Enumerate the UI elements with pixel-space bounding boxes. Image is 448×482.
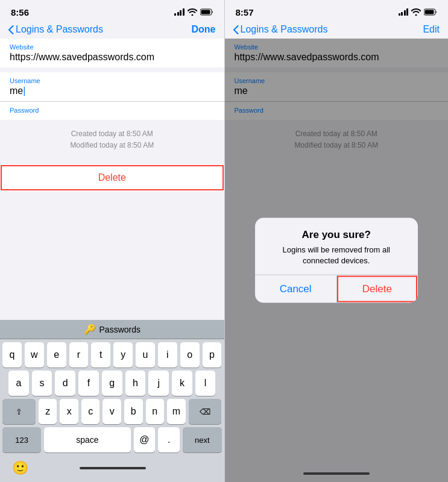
battery-icon-right <box>424 8 437 16</box>
key-y[interactable]: y <box>113 342 133 368</box>
key-b[interactable]: b <box>124 399 143 424</box>
website-value-left: https://www.savedpasswords.com <box>10 52 215 63</box>
key-k[interactable]: k <box>172 371 192 396</box>
nav-bar-left: Logins & Passwords Done <box>0 22 224 39</box>
username-label-left: Username <box>10 77 215 84</box>
key-dot[interactable]: . <box>158 427 180 452</box>
key-l[interactable]: l <box>195 371 216 396</box>
form-section-credentials-left: Username me Password <box>0 72 224 120</box>
created-text-left: Created today at 8:50 AM <box>10 128 215 140</box>
meta-section-left: Created today at 8:50 AM Modified today … <box>0 120 224 160</box>
home-bar-right <box>303 472 370 475</box>
key-o[interactable]: o <box>180 342 200 368</box>
back-button-left[interactable]: Logins & Passwords <box>8 24 103 35</box>
key-r[interactable]: r <box>69 342 89 368</box>
key-e[interactable]: e <box>47 342 66 368</box>
key-x[interactable]: x <box>60 399 78 424</box>
time-left: 8:56 <box>11 7 29 17</box>
delete-section-left: Delete <box>0 164 224 191</box>
right-phone-panel: 8:57 Logins & Passwords Edit <box>224 0 449 482</box>
kb-row-3: ⇧ z x c v b n m ⌫ <box>2 399 222 424</box>
status-icons-right <box>399 8 438 16</box>
alert-dialog: Are you sure? Logins will be removed fro… <box>255 218 418 303</box>
status-bar-right: 8:57 <box>225 0 449 22</box>
back-label-left: Logins & Passwords <box>16 24 103 35</box>
key-c[interactable]: c <box>81 399 100 424</box>
username-field-left[interactable]: Username me <box>0 72 224 102</box>
alert-buttons: Cancel Delete <box>255 275 418 302</box>
svg-rect-1 <box>201 10 210 14</box>
key-shift[interactable]: ⇧ <box>2 399 36 424</box>
password-label-left: Password <box>10 107 215 114</box>
key-p[interactable]: p <box>203 342 222 368</box>
key-v[interactable]: v <box>103 399 121 424</box>
back-button-right[interactable]: Logins & Passwords <box>233 24 328 35</box>
status-bar-left: 8:56 <box>0 0 224 22</box>
battery-icon <box>200 8 213 16</box>
key-u[interactable]: u <box>136 342 155 368</box>
key-h[interactable]: h <box>125 371 146 396</box>
key-123[interactable]: 123 <box>2 427 41 452</box>
key-next[interactable]: next <box>183 427 221 452</box>
back-label-right: Logins & Passwords <box>241 24 328 35</box>
time-right: 8:57 <box>236 7 254 17</box>
keyboard-toolbar: 🔑 Passwords <box>0 320 224 339</box>
key-d[interactable]: d <box>55 371 75 396</box>
key-g[interactable]: g <box>102 371 122 396</box>
alert-delete-button[interactable]: Delete <box>336 275 418 302</box>
key-q[interactable]: q <box>2 342 22 368</box>
wifi-icon-right <box>411 8 421 16</box>
key-j[interactable]: j <box>148 371 169 396</box>
wifi-icon <box>188 8 197 16</box>
edit-button[interactable]: Edit <box>423 24 440 35</box>
keyboard-left: 🔑 Passwords q w e r t y u i o p a s d f … <box>0 320 224 482</box>
right-content-area: Website https://www.savedpasswords.com U… <box>225 39 449 482</box>
key-n[interactable]: n <box>146 399 165 424</box>
delete-button-left[interactable]: Delete <box>0 164 224 191</box>
key-s[interactable]: s <box>32 371 52 396</box>
key-z[interactable]: z <box>39 399 57 424</box>
signal-icon-right <box>399 8 409 16</box>
alert-title: Are you sure? <box>265 229 408 241</box>
home-bar-left <box>80 467 146 469</box>
form-content-left: Website https://www.savedpasswords.com U… <box>0 39 224 320</box>
status-icons-left <box>174 8 213 16</box>
kb-row-1: q w e r t y u i o p <box>2 342 222 368</box>
kb-row-4: 123 space @ . next <box>2 427 222 452</box>
emoji-button[interactable]: 🙂 <box>7 459 33 477</box>
key-space[interactable]: space <box>44 427 130 452</box>
signal-icon <box>174 8 185 16</box>
key-m[interactable]: m <box>167 399 186 424</box>
key-f[interactable]: f <box>78 371 99 396</box>
kb-row-2: a s d f g h j k l <box>8 371 216 396</box>
key-w[interactable]: w <box>25 342 44 368</box>
website-label-left: Website <box>10 43 215 51</box>
left-phone-panel: 8:56 Logins & Passwords Done <box>0 0 224 482</box>
kb-bottom-bar-left: 🙂 <box>0 455 224 482</box>
alert-content: Are you sure? Logins will be removed fro… <box>255 218 418 275</box>
username-value-left: me <box>10 86 215 96</box>
key-t[interactable]: t <box>91 342 110 368</box>
alert-cancel-button[interactable]: Cancel <box>255 275 336 302</box>
key-backspace[interactable]: ⌫ <box>189 399 222 424</box>
svg-rect-3 <box>425 10 434 14</box>
nav-bar-right: Logins & Passwords Edit <box>225 22 449 39</box>
website-field-left: Website https://www.savedpasswords.com <box>0 39 224 67</box>
key-a[interactable]: a <box>8 371 29 396</box>
form-section-website-left: Website https://www.savedpasswords.com <box>0 39 224 67</box>
modified-text-left: Modified today at 8:50 AM <box>10 140 215 151</box>
alert-message: Logins will be removed from all connecte… <box>265 245 408 266</box>
password-field-left[interactable]: Password <box>0 102 224 120</box>
keyboard-toolbar-label: Passwords <box>99 325 140 334</box>
key-at[interactable]: @ <box>134 427 156 452</box>
keyboard-toolbar-icon: 🔑 <box>84 324 96 335</box>
key-i[interactable]: i <box>158 342 177 368</box>
done-button[interactable]: Done <box>192 24 216 35</box>
